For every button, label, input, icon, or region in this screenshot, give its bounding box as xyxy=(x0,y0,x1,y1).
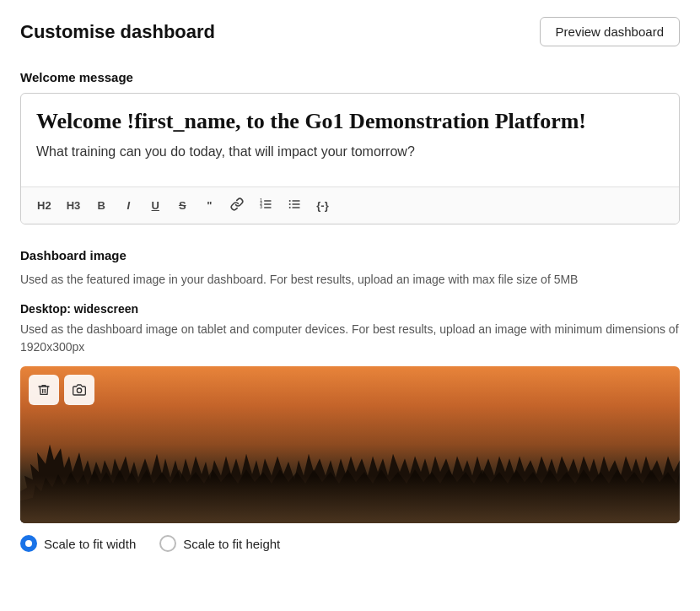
editor-content-area[interactable]: Welcome !first_name, to the Go1 Demonstr… xyxy=(21,94,679,187)
toolbar-h2-button[interactable]: H2 xyxy=(31,196,57,215)
toolbar-italic-button[interactable]: I xyxy=(116,196,140,215)
upload-image-button[interactable] xyxy=(64,375,94,405)
svg-point-12 xyxy=(77,388,81,392)
toolbar-ordered-list-button[interactable]: 1 2 3 xyxy=(253,194,278,217)
dashboard-image-section: Dashboard image Used as the featured ima… xyxy=(20,248,680,552)
editor-toolbar: H2 H3 B I U S " 1 2 3 xyxy=(21,187,679,224)
image-background xyxy=(20,366,680,523)
scale-fit-height-option[interactable]: Scale to fit height xyxy=(159,535,280,552)
toolbar-quote-button[interactable]: " xyxy=(197,196,221,215)
dashboard-image-label: Dashboard image xyxy=(20,248,680,262)
toolbar-unordered-list-button[interactable] xyxy=(282,194,307,217)
page-title: Customise dashboard xyxy=(20,21,215,43)
delete-image-button[interactable] xyxy=(29,375,59,405)
scale-options-group: Scale to fit width Scale to fit height xyxy=(20,535,680,552)
svg-point-10 xyxy=(289,203,291,205)
scale-fit-width-radio[interactable] xyxy=(20,535,37,552)
editor-subtitle-text: What training can you do today, that wil… xyxy=(36,144,664,160)
scale-fit-width-option[interactable]: Scale to fit width xyxy=(20,535,136,552)
desktop-description: Used as the dashboard image on tablet an… xyxy=(20,321,680,356)
scale-fit-height-radio[interactable] xyxy=(159,535,176,552)
dashboard-image-description: Used as the featured image in your dashb… xyxy=(20,271,680,289)
svg-text:3: 3 xyxy=(261,205,263,209)
fog-layer xyxy=(20,476,680,523)
dashboard-image-preview xyxy=(20,366,680,523)
page-header: Customise dashboard Preview dashboard xyxy=(20,17,680,46)
scale-fit-width-label: Scale to fit width xyxy=(44,537,136,551)
welcome-message-label: Welcome message xyxy=(20,70,680,84)
toolbar-bold-button[interactable]: B xyxy=(89,196,113,215)
preview-dashboard-button[interactable]: Preview dashboard xyxy=(540,17,680,46)
svg-point-11 xyxy=(289,207,291,208)
image-action-buttons xyxy=(29,375,94,405)
welcome-message-editor: Welcome !first_name, to the Go1 Demonstr… xyxy=(20,93,680,224)
editor-title-text: Welcome !first_name, to the Go1 Demonstr… xyxy=(36,109,664,134)
toolbar-strikethrough-button[interactable]: S xyxy=(170,196,194,215)
toolbar-h3-button[interactable]: H3 xyxy=(61,196,87,215)
toolbar-underline-button[interactable]: U xyxy=(143,196,167,215)
scale-fit-height-label: Scale to fit height xyxy=(183,537,280,551)
svg-point-9 xyxy=(289,200,291,202)
toolbar-code-button[interactable]: {-} xyxy=(310,196,334,215)
toolbar-link-button[interactable] xyxy=(224,194,250,217)
desktop-widescreen-label: Desktop: widescreen xyxy=(20,302,680,316)
